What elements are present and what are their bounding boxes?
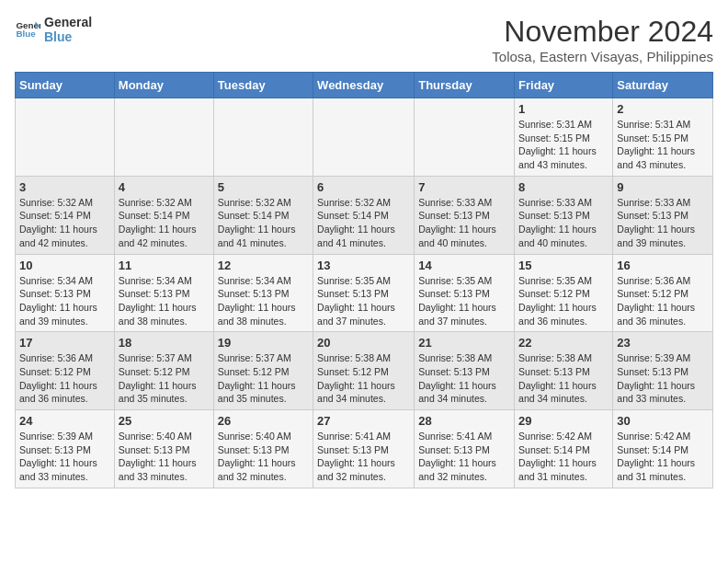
day-info: Sunrise: 5:32 AM Sunset: 5:14 PM Dayligh… [19, 196, 110, 250]
day-info: Sunrise: 5:41 AM Sunset: 5:13 PM Dayligh… [418, 430, 510, 484]
calendar-cell: 14Sunrise: 5:35 AM Sunset: 5:13 PM Dayli… [415, 254, 515, 332]
day-info: Sunrise: 5:32 AM Sunset: 5:14 PM Dayligh… [218, 196, 309, 250]
calendar-cell: 26Sunrise: 5:40 AM Sunset: 5:13 PM Dayli… [213, 410, 313, 488]
day-info: Sunrise: 5:33 AM Sunset: 5:13 PM Dayligh… [617, 196, 709, 250]
calendar-cell: 11Sunrise: 5:34 AM Sunset: 5:13 PM Dayli… [114, 254, 213, 332]
logo-text-general: General [44, 15, 92, 29]
day-number: 28 [418, 414, 510, 428]
calendar-cell: 17Sunrise: 5:36 AM Sunset: 5:12 PM Dayli… [16, 332, 115, 410]
calendar-week-row: 24Sunrise: 5:39 AM Sunset: 5:13 PM Dayli… [16, 410, 713, 488]
weekday-header-friday: Friday [515, 73, 613, 98]
day-number: 18 [119, 336, 210, 350]
day-info: Sunrise: 5:37 AM Sunset: 5:12 PM Dayligh… [218, 351, 309, 406]
day-number: 13 [317, 259, 410, 272]
calendar-table: SundayMondayTuesdayWednesdayThursdayFrid… [15, 72, 713, 488]
day-number: 4 [119, 180, 210, 194]
calendar-cell [114, 98, 213, 177]
day-info: Sunrise: 5:40 AM Sunset: 5:13 PM Dayligh… [119, 430, 210, 484]
day-number: 26 [218, 414, 309, 428]
calendar-week-row: 1Sunrise: 5:31 AM Sunset: 5:15 PM Daylig… [16, 98, 713, 177]
calendar-cell [16, 98, 115, 177]
day-info: Sunrise: 5:32 AM Sunset: 5:14 PM Dayligh… [119, 196, 210, 250]
day-info: Sunrise: 5:39 AM Sunset: 5:13 PM Dayligh… [19, 430, 110, 484]
day-info: Sunrise: 5:33 AM Sunset: 5:13 PM Dayligh… [518, 196, 609, 250]
day-number: 24 [19, 414, 110, 428]
day-info: Sunrise: 5:34 AM Sunset: 5:13 PM Dayligh… [19, 274, 110, 328]
calendar-cell: 2Sunrise: 5:31 AM Sunset: 5:15 PM Daylig… [613, 98, 713, 177]
month-year-title: November 2024 [492, 15, 713, 49]
day-number: 10 [19, 259, 110, 272]
day-info: Sunrise: 5:36 AM Sunset: 5:12 PM Dayligh… [617, 274, 709, 328]
title-section: November 2024 Tolosa, Eastern Visayas, P… [492, 15, 713, 64]
weekday-header-wednesday: Wednesday [313, 73, 415, 98]
weekday-header-monday: Monday [114, 73, 213, 98]
day-number: 3 [19, 180, 110, 194]
calendar-cell: 30Sunrise: 5:42 AM Sunset: 5:14 PM Dayli… [613, 410, 713, 488]
logo: General Blue General Blue [15, 15, 92, 44]
day-number: 22 [518, 336, 609, 350]
calendar-cell [313, 98, 415, 177]
day-number: 11 [119, 259, 210, 272]
day-info: Sunrise: 5:35 AM Sunset: 5:12 PM Dayligh… [518, 274, 609, 328]
weekday-header-thursday: Thursday [415, 73, 515, 98]
calendar-cell: 24Sunrise: 5:39 AM Sunset: 5:13 PM Dayli… [16, 410, 115, 488]
day-info: Sunrise: 5:34 AM Sunset: 5:13 PM Dayligh… [218, 274, 309, 328]
day-number: 23 [617, 336, 709, 350]
calendar-cell: 28Sunrise: 5:41 AM Sunset: 5:13 PM Dayli… [415, 410, 515, 488]
day-info: Sunrise: 5:33 AM Sunset: 5:13 PM Dayligh… [418, 196, 510, 250]
day-number: 25 [119, 414, 210, 428]
calendar-cell: 16Sunrise: 5:36 AM Sunset: 5:12 PM Dayli… [613, 254, 713, 332]
day-number: 2 [617, 102, 709, 116]
day-number: 20 [317, 336, 410, 350]
svg-text:Blue: Blue [16, 29, 36, 39]
page-header: General Blue General Blue November 2024 … [15, 15, 713, 64]
day-number: 15 [518, 259, 609, 272]
weekday-header-row: SundayMondayTuesdayWednesdayThursdayFrid… [16, 73, 713, 98]
day-info: Sunrise: 5:35 AM Sunset: 5:13 PM Dayligh… [317, 274, 410, 328]
day-info: Sunrise: 5:36 AM Sunset: 5:12 PM Dayligh… [19, 351, 110, 406]
logo-icon: General Blue [15, 17, 40, 42]
day-info: Sunrise: 5:35 AM Sunset: 5:13 PM Dayligh… [418, 274, 510, 328]
weekday-header-saturday: Saturday [613, 73, 713, 98]
calendar-cell: 13Sunrise: 5:35 AM Sunset: 5:13 PM Dayli… [313, 254, 415, 332]
calendar-cell [213, 98, 313, 177]
day-info: Sunrise: 5:42 AM Sunset: 5:14 PM Dayligh… [518, 430, 609, 484]
day-number: 5 [218, 180, 309, 194]
day-number: 29 [518, 414, 609, 428]
day-number: 19 [218, 336, 309, 350]
day-number: 1 [518, 102, 609, 116]
calendar-cell [415, 98, 515, 177]
day-info: Sunrise: 5:39 AM Sunset: 5:13 PM Dayligh… [617, 351, 709, 406]
day-number: 16 [617, 259, 709, 272]
day-info: Sunrise: 5:37 AM Sunset: 5:12 PM Dayligh… [119, 351, 210, 406]
day-number: 21 [418, 336, 510, 350]
day-info: Sunrise: 5:34 AM Sunset: 5:13 PM Dayligh… [119, 274, 210, 328]
calendar-cell: 22Sunrise: 5:38 AM Sunset: 5:13 PM Dayli… [515, 332, 613, 410]
day-number: 14 [418, 259, 510, 272]
logo-text-blue: Blue [44, 29, 92, 44]
calendar-week-row: 10Sunrise: 5:34 AM Sunset: 5:13 PM Dayli… [16, 254, 713, 332]
calendar-cell: 4Sunrise: 5:32 AM Sunset: 5:14 PM Daylig… [114, 176, 213, 254]
calendar-cell: 6Sunrise: 5:32 AM Sunset: 5:14 PM Daylig… [313, 176, 415, 254]
calendar-cell: 9Sunrise: 5:33 AM Sunset: 5:13 PM Daylig… [613, 176, 713, 254]
weekday-header-sunday: Sunday [16, 73, 115, 98]
calendar-cell: 15Sunrise: 5:35 AM Sunset: 5:12 PM Dayli… [515, 254, 613, 332]
location-subtitle: Tolosa, Eastern Visayas, Philippines [492, 49, 713, 64]
calendar-cell: 3Sunrise: 5:32 AM Sunset: 5:14 PM Daylig… [16, 176, 115, 254]
day-info: Sunrise: 5:31 AM Sunset: 5:15 PM Dayligh… [518, 118, 609, 172]
day-number: 9 [617, 180, 709, 194]
calendar-cell: 21Sunrise: 5:38 AM Sunset: 5:13 PM Dayli… [415, 332, 515, 410]
weekday-header-tuesday: Tuesday [213, 73, 313, 98]
day-info: Sunrise: 5:40 AM Sunset: 5:13 PM Dayligh… [218, 430, 309, 484]
calendar-cell: 19Sunrise: 5:37 AM Sunset: 5:12 PM Dayli… [213, 332, 313, 410]
calendar-week-row: 17Sunrise: 5:36 AM Sunset: 5:12 PM Dayli… [16, 332, 713, 410]
day-info: Sunrise: 5:32 AM Sunset: 5:14 PM Dayligh… [317, 196, 410, 250]
calendar-cell: 8Sunrise: 5:33 AM Sunset: 5:13 PM Daylig… [515, 176, 613, 254]
calendar-cell: 25Sunrise: 5:40 AM Sunset: 5:13 PM Dayli… [114, 410, 213, 488]
calendar-cell: 5Sunrise: 5:32 AM Sunset: 5:14 PM Daylig… [213, 176, 313, 254]
day-number: 27 [317, 414, 410, 428]
day-info: Sunrise: 5:31 AM Sunset: 5:15 PM Dayligh… [617, 118, 709, 172]
calendar-cell: 12Sunrise: 5:34 AM Sunset: 5:13 PM Dayli… [213, 254, 313, 332]
day-number: 6 [317, 180, 410, 194]
day-number: 7 [418, 180, 510, 194]
